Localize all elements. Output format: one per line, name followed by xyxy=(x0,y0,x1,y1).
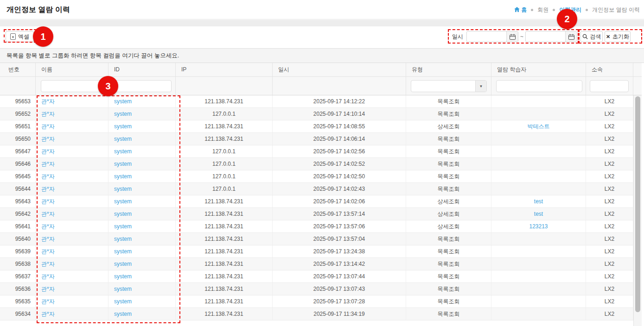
name-link[interactable]: 관*자 xyxy=(41,236,55,242)
name-link[interactable]: 관*자 xyxy=(41,286,55,292)
cell-id: system xyxy=(108,295,176,307)
id-link[interactable]: system xyxy=(114,173,132,180)
id-link[interactable]: system xyxy=(114,298,132,305)
cell-id: system xyxy=(108,270,176,282)
viewer-link[interactable]: test xyxy=(534,211,543,217)
col-header-type[interactable]: 유형 xyxy=(406,63,491,76)
col-header-no[interactable]: 번호 xyxy=(0,63,36,76)
id-link[interactable]: system xyxy=(114,136,132,142)
id-link[interactable]: system xyxy=(114,111,132,117)
col-header-name[interactable]: 이름 xyxy=(36,63,108,76)
id-link[interactable]: system xyxy=(114,211,132,217)
cell-datetime: 2025-09-17 14:08:55 xyxy=(273,120,406,132)
table-row: 95647 관*자 system 127.0.0.1 2025-09-17 14… xyxy=(0,145,642,158)
group-by-drop-zone[interactable]: 목록을 항목 별로 그룹화 하려면 항목 컬럼을 여기다 끌어 놓으세요. xyxy=(0,48,644,63)
name-link[interactable]: 관*자 xyxy=(41,148,55,155)
col-header-id[interactable]: ID xyxy=(108,63,176,76)
viewer-link[interactable]: test xyxy=(534,198,543,205)
name-link[interactable]: 관*자 xyxy=(41,123,55,130)
table-body: 95653 관*자 system 121.138.74.231 2025-09-… xyxy=(0,95,642,320)
id-link[interactable]: system xyxy=(114,311,132,317)
col-header-viewer[interactable]: 열람 학습자 xyxy=(491,63,586,76)
cell-viewer xyxy=(491,145,586,157)
id-link[interactable]: system xyxy=(114,248,132,255)
cell-datetime: 2025-09-17 14:02:06 xyxy=(273,195,406,207)
name-link[interactable]: 관*자 xyxy=(41,248,55,255)
cell-no: 95643 xyxy=(0,195,36,207)
filter-cell-viewer xyxy=(491,77,586,95)
cell-type: 목록조회 xyxy=(406,158,491,170)
filter-cell-ip xyxy=(176,77,273,95)
name-filter-input[interactable] xyxy=(41,80,105,92)
name-link[interactable]: 관*자 xyxy=(41,136,55,142)
id-link[interactable]: system xyxy=(114,236,132,242)
cell-no: 95640 xyxy=(0,233,36,245)
calendar-icon[interactable] xyxy=(506,31,518,42)
calendar-icon[interactable] xyxy=(565,31,577,42)
date-to-input[interactable] xyxy=(526,31,566,42)
cell-datetime: 2025-09-17 14:02:56 xyxy=(273,145,406,157)
id-link[interactable]: system xyxy=(114,273,132,280)
vertical-scrollbar[interactable] xyxy=(633,95,642,326)
name-link[interactable]: 관*자 xyxy=(41,186,55,192)
id-link[interactable]: system xyxy=(114,98,132,105)
viewer-link[interactable]: 123213 xyxy=(529,223,548,230)
col-header-datetime[interactable]: 일시 xyxy=(273,63,406,76)
cell-datetime: 2025-09-17 13:07:28 xyxy=(273,295,406,307)
name-link[interactable]: 관*자 xyxy=(41,223,55,230)
id-link[interactable]: system xyxy=(114,148,132,155)
cell-name: 관*자 xyxy=(36,95,108,107)
name-link[interactable]: 관*자 xyxy=(41,261,55,267)
title-bar: 개인정보 열람 이력 홈 회원 이력관리 개인정보 열람 이력 xyxy=(0,0,644,19)
col-header-ip[interactable]: IP xyxy=(176,63,273,76)
cell-datetime: 2025-09-17 11:34:19 xyxy=(273,308,406,320)
table-row: 95644 관*자 system 127.0.0.1 2025-09-17 14… xyxy=(0,183,642,195)
breadcrumb-section[interactable]: 회원 xyxy=(537,6,548,14)
search-button[interactable]: 검색 xyxy=(580,31,603,42)
id-link[interactable]: system xyxy=(114,161,132,167)
cell-org: LX2 xyxy=(586,233,633,245)
breadcrumb-home[interactable]: 홈 xyxy=(514,6,527,14)
cell-no: 95644 xyxy=(0,183,36,195)
id-link[interactable]: system xyxy=(114,123,132,130)
col-header-org[interactable]: 소속 xyxy=(586,63,633,76)
viewer-filter-input[interactable] xyxy=(496,80,582,92)
id-link[interactable]: system xyxy=(114,198,132,205)
name-link[interactable]: 관*자 xyxy=(41,98,55,105)
cell-viewer xyxy=(491,133,586,145)
filter-cell-type: ▼ xyxy=(406,77,491,95)
home-icon xyxy=(514,7,520,12)
cell-no: 95652 xyxy=(0,108,36,120)
id-link[interactable]: system xyxy=(114,261,132,267)
org-filter-input[interactable] xyxy=(590,80,629,92)
name-link[interactable]: 관*자 xyxy=(41,311,55,317)
col-header-spacer xyxy=(633,63,642,76)
id-filter-input[interactable] xyxy=(112,80,172,92)
name-link[interactable]: 관*자 xyxy=(41,211,55,217)
cell-name: 관*자 xyxy=(36,245,108,257)
excel-icon: x xyxy=(10,33,16,40)
excel-export-button[interactable]: x 엑셀 xyxy=(6,31,34,42)
name-link[interactable]: 관*자 xyxy=(41,173,55,180)
name-link[interactable]: 관*자 xyxy=(41,298,55,305)
name-link[interactable]: 관*자 xyxy=(41,198,55,205)
breadcrumb-menu[interactable]: 이력관리 xyxy=(559,6,581,14)
cell-viewer xyxy=(491,295,586,307)
type-filter-select[interactable]: ▼ xyxy=(411,80,487,92)
cell-name: 관*자 xyxy=(36,133,108,145)
id-link[interactable]: system xyxy=(114,223,132,230)
cell-viewer xyxy=(491,233,586,245)
viewer-link[interactable]: 박테스트 xyxy=(528,123,550,130)
cell-id: system xyxy=(108,283,176,295)
breadcrumb-dot xyxy=(531,9,533,11)
name-link[interactable]: 관*자 xyxy=(41,273,55,280)
reset-button[interactable]: ✕ 초기화 xyxy=(605,31,631,42)
scrollbar-thumb[interactable] xyxy=(635,96,640,312)
id-link[interactable]: system xyxy=(114,186,132,192)
name-link[interactable]: 관*자 xyxy=(41,111,55,117)
breadcrumb-dot xyxy=(586,9,588,11)
date-from-input[interactable] xyxy=(467,31,507,42)
name-link[interactable]: 관*자 xyxy=(41,161,55,167)
id-link[interactable]: system xyxy=(114,286,132,292)
cell-type: 목록조회 xyxy=(406,270,491,282)
